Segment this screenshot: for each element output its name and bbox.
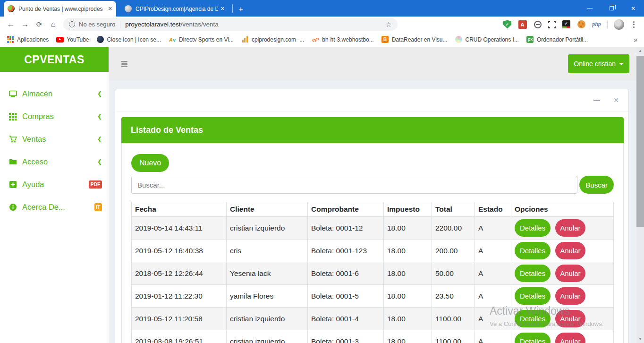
user-dropdown-button[interactable]: Online cristian [568, 54, 629, 73]
chevron-left-icon: ❮ [97, 158, 102, 165]
details-button[interactable]: Detalles [515, 333, 551, 343]
acrobat-extension-icon[interactable]: A [518, 20, 527, 29]
cell-cliente: cris [227, 240, 308, 262]
sidebar-item-acerca-de[interactable]: Acerca De... IT [0, 196, 109, 218]
window-controls: ✕ [579, 0, 644, 17]
tasks-extension-icon[interactable]: ✓ [562, 20, 570, 28]
cancel-button[interactable]: Anular [555, 310, 585, 327]
bookmark-star-icon[interactable]: ☆ [386, 20, 392, 29]
window-minimize-button[interactable] [579, 0, 601, 17]
bookmark-crud[interactable]: CRUD Operations I... [455, 36, 519, 43]
top-navbar: Online cristian [109, 47, 636, 80]
bookmarks-overflow-icon[interactable]: » [634, 36, 637, 43]
scrollbar-thumb[interactable] [636, 56, 644, 227]
pdf-badge: PDF [89, 180, 102, 189]
cell-estado: A [475, 285, 511, 308]
cell-comprobante: Boleta: 0001-123 [308, 240, 384, 262]
sales-panel: Listado de Ventas Nuevo Buscar Fecha [121, 117, 624, 343]
hamburger-menu-icon[interactable] [121, 61, 127, 67]
bookmark-apps[interactable]: Aplicaciones [7, 36, 49, 43]
page-scrollbar[interactable]: ▲ ▼ [636, 47, 644, 343]
cell-impuesto: 18.00 [384, 330, 432, 343]
blogger-icon: B [381, 36, 389, 43]
tab-title: CPIProDesign.com|Agencia de Di [136, 6, 218, 12]
bookmark-directv[interactable]: Av Directv Sports en Vi... [169, 36, 234, 43]
new-tab-button[interactable]: + [238, 5, 243, 13]
sidebar-item-ventas[interactable]: Ventas ❮ [0, 128, 109, 150]
cell-fecha: 2019-03-08 19:26:51 [132, 330, 227, 343]
bookmark-webhost[interactable]: cP bh-ht-3.webhostbo... [312, 36, 373, 43]
forward-icon[interactable]: → [18, 20, 32, 29]
plus-square-icon [9, 180, 17, 189]
sidebar-item-acceso[interactable]: Acceso ❮ [0, 150, 109, 173]
circle-extension-icon[interactable] [534, 21, 542, 28]
divider [120, 21, 120, 28]
bookmark-ordenador[interactable]: px Ordenador Portátil... [526, 36, 588, 43]
back-icon[interactable]: ← [4, 20, 18, 29]
chart-icon [241, 36, 249, 43]
tab-close-icon[interactable]: ✕ [220, 6, 225, 12]
window-restore-button[interactable] [601, 0, 622, 17]
sidebar-item-almacen[interactable]: Almacén ❮ [0, 82, 109, 105]
home-icon[interactable]: ⌂ [46, 20, 60, 29]
column-header-cliente: Cliente [227, 202, 308, 217]
column-header-opciones: Opciones [511, 202, 614, 217]
shield-extension-icon[interactable]: ✓ [503, 20, 511, 29]
cancel-button[interactable]: Anular [555, 287, 585, 305]
php-extension-icon[interactable]: php [592, 20, 601, 29]
grid-icon [9, 112, 17, 120]
bookmark-datareader[interactable]: B DataReader en Visu... [381, 36, 448, 43]
sidebar-item-ayuda[interactable]: Ayuda PDF [0, 173, 109, 196]
search-row: Buscar [131, 176, 614, 194]
scroll-down-icon[interactable]: ▼ [636, 335, 644, 343]
tab-close-icon[interactable]: ✕ [108, 6, 112, 12]
cookie-extension-icon[interactable] [577, 20, 585, 28]
bookmark-youtube[interactable]: YouTube [56, 36, 89, 43]
cell-fecha: 2019-05-12 16:40:38 [132, 240, 227, 262]
address-bar[interactable]: i No es seguro proyectolaravel.test /ven… [63, 18, 398, 31]
cell-impuesto: 18.00 [384, 262, 432, 285]
browser-menu-icon[interactable] [630, 21, 637, 28]
scroll-up-icon[interactable]: ▲ [636, 47, 644, 55]
details-button[interactable]: Detalles [515, 242, 551, 259]
cell-estado: A [475, 330, 511, 343]
px-icon: px [526, 36, 534, 43]
security-label: No es seguro [79, 21, 115, 28]
panel-title: Listado de Ventas [121, 117, 624, 143]
table-row: 2019-05-12 11:20:58 cristian izquierdo B… [132, 308, 614, 330]
details-button[interactable]: Detalles [515, 310, 551, 327]
tab-punto-de-ventas[interactable]: Punto de Ventas | www.cpiprodes ✕ [4, 1, 116, 17]
info-icon[interactable]: i [69, 21, 75, 27]
cell-cliente: cristian izquierdo [227, 330, 308, 343]
details-button[interactable]: Detalles [515, 219, 551, 237]
reload-icon[interactable]: ⟳ [32, 20, 46, 29]
page-content: CPVENTAS Almacén ❮ Compras ❮ Ventas ❮ [0, 47, 644, 343]
collapse-icon[interactable] [593, 100, 600, 101]
column-header-impuesto: Impuesto [384, 202, 432, 217]
sidebar-item-compras[interactable]: Compras ❮ [0, 105, 109, 128]
cell-total: 200.00 [432, 240, 475, 262]
cancel-button[interactable]: Anular [555, 242, 585, 259]
details-button[interactable]: Detalles [515, 287, 551, 305]
bookmark-close-icon[interactable]: Close icon | Icon se... [97, 36, 161, 43]
cancel-button[interactable]: Anular [555, 265, 585, 282]
profile-avatar[interactable] [614, 19, 624, 30]
cell-comprobante: Boleta: 0001-6 [308, 262, 384, 285]
panel-body: Nuevo Buscar Fecha Cliente Comp [121, 143, 624, 343]
browser-toolbar: ← → ⟳ ⌂ i No es seguro proyectolaravel.t… [0, 17, 644, 32]
tab-cpiprodesign[interactable]: CPIProDesign.com|Agencia de Di ✕ [121, 1, 229, 17]
details-button[interactable]: Detalles [515, 265, 551, 282]
url-path: /ventas/venta [180, 21, 218, 28]
table-row: 2019-05-12 16:40:38 cris Boleta: 0001-12… [132, 240, 614, 262]
capture-extension-icon[interactable] [548, 21, 556, 28]
chevron-left-icon: ❮ [97, 90, 102, 97]
folder-icon [9, 158, 17, 166]
window-close-button[interactable]: ✕ [622, 0, 644, 17]
close-card-icon[interactable]: ✕ [613, 96, 619, 104]
cancel-button[interactable]: Anular [555, 219, 585, 237]
cancel-button[interactable]: Anular [555, 333, 585, 343]
new-button[interactable]: Nuevo [131, 154, 169, 172]
bookmark-cpiprodesign[interactable]: cpiprodesign.com -... [241, 36, 304, 43]
search-button[interactable]: Buscar [579, 176, 614, 194]
search-input[interactable] [131, 176, 577, 194]
